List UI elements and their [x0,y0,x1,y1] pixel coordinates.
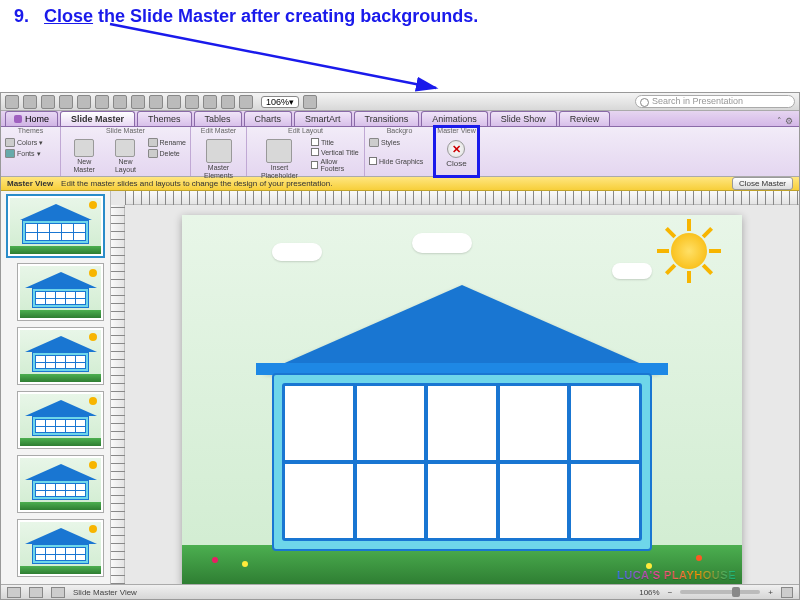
tool-icon-5[interactable] [303,95,317,109]
colors-button[interactable]: Colors ▾ [5,138,43,147]
delete-icon [148,149,158,158]
redo-icon[interactable] [95,95,109,109]
instruction-rest: the Slide Master after creating backgrou… [93,6,478,26]
delete-button[interactable]: Delete [148,149,186,158]
insert-placeholder-icon [266,139,292,163]
vertical-ruler [111,205,125,584]
status-mode: Slide Master View [73,588,137,597]
horizontal-ruler [125,191,799,205]
quick-access-toolbar: 106% ▾ Search in Presentation [1,93,799,111]
canvas-area[interactable]: LUCA'S PLAYHOUSE [125,205,799,584]
tab-charts[interactable]: Charts [244,111,293,126]
zoom-slider[interactable] [680,590,760,594]
slide-editor: LUCA'S PLAYHOUSE [111,191,799,584]
open-icon[interactable] [23,95,37,109]
styles-button[interactable]: Styles [369,138,423,147]
sun-shape [671,233,707,269]
tab-smartart[interactable]: SmartArt [294,111,352,126]
new-layout-button[interactable]: New Layout [106,138,144,174]
new-layout-icon [115,139,135,157]
thumbnail-layout[interactable] [17,455,104,513]
tool-icon-2[interactable] [203,95,217,109]
close-master-button[interactable]: Close Master [732,177,793,190]
ribbon-collapse-icon[interactable]: ˄ ⚙ [777,116,793,126]
zoom-out-button[interactable]: − [668,588,673,597]
new-master-button[interactable]: New Master [65,138,103,174]
zoom-selector[interactable]: 106% ▾ [261,96,299,108]
tab-slide-master[interactable]: Slide Master [60,111,135,126]
slideshow-view-icon[interactable] [51,587,65,598]
tab-themes[interactable]: Themes [137,111,192,126]
thumbnail-layout[interactable] [17,391,104,449]
fonts-icon [5,149,15,158]
rename-icon [148,138,158,147]
new-icon[interactable] [5,95,19,109]
title-checkbox[interactable]: Title [311,138,360,146]
normal-view-icon[interactable] [7,587,21,598]
insert-placeholder-button[interactable]: Insert Placeholder [251,138,308,180]
infobar-title: Master View [7,179,53,188]
status-zoom: 106% [639,588,659,597]
paste-icon[interactable] [149,95,163,109]
close-icon: ✕ [447,140,465,158]
save-icon[interactable] [41,95,55,109]
tool-icon-1[interactable] [185,95,199,109]
format-icon[interactable] [167,95,181,109]
instruction-keyword: Close [44,6,93,26]
brand-text: LUCA'S PLAYHOUSE [617,569,736,581]
home-tab[interactable]: Home [5,111,58,126]
thumbnail-layout[interactable] [17,263,104,321]
status-bar: Slide Master View 106% − + [1,584,799,599]
colors-icon [5,138,15,147]
copy-icon[interactable] [131,95,145,109]
step-number: 9. [14,6,29,26]
slide-master-group: Slide Master New Master New Layout Renam… [61,127,191,176]
thumbnail-layout[interactable] [17,519,104,577]
master-view-infobar: Master View Edit the master slides and l… [1,177,799,191]
fonts-button[interactable]: Fonts ▾ [5,149,43,158]
fit-view-icon[interactable] [781,587,793,598]
ribbon: Themes Colors ▾ Fonts ▾ Slide Master New… [1,127,799,177]
tool-icon-4[interactable] [239,95,253,109]
powerpoint-window: 106% ▾ Search in Presentation Home Slide… [0,92,800,600]
master-elements-icon [206,139,232,163]
slide-canvas[interactable]: LUCA'S PLAYHOUSE [182,215,742,584]
tab-tables[interactable]: Tables [194,111,242,126]
ribbon-tabs: Home Slide MasterThemesTablesChartsSmart… [1,111,799,127]
search-input[interactable]: Search in Presentation [635,95,795,108]
workspace: LUCA'S PLAYHOUSE [1,191,799,584]
rename-button[interactable]: Rename [148,138,186,147]
vertical-title-checkbox[interactable]: Vertical Title [311,148,360,156]
background-group: Backgro Styles Hide Graphics [365,127,435,176]
master-elements-button[interactable]: Master Elements [195,138,242,180]
svg-line-0 [110,24,436,88]
edit-master-group: Edit Master Master Elements [191,127,247,176]
house-shape [262,285,662,565]
roof-shape [262,285,662,373]
tool-icon-3[interactable] [221,95,235,109]
allow-footers-checkbox[interactable]: Allow Footers [311,158,360,172]
master-view-group: Master View ✕ Close [435,127,479,176]
tab-animations[interactable]: Animations [421,111,488,126]
sorter-view-icon[interactable] [29,587,43,598]
zoom-in-button[interactable]: + [768,588,773,597]
close-master-view-button[interactable]: ✕ Close [440,138,472,170]
slide-thumbnails[interactable] [1,191,111,584]
tab-review[interactable]: Review [559,111,611,126]
home-icon [14,115,22,123]
tab-transitions[interactable]: Transitions [354,111,420,126]
edit-layout-group: Edit Layout Insert Placeholder Title Ver… [247,127,365,176]
print-icon[interactable] [59,95,73,109]
thumbnail-layout[interactable] [17,327,104,385]
hide-graphics-checkbox[interactable]: Hide Graphics [369,157,423,165]
new-master-icon [74,139,94,157]
tab-slide-show[interactable]: Slide Show [490,111,557,126]
styles-icon [369,138,379,147]
cloud-shape [412,233,472,253]
thumbnail-master[interactable] [7,195,104,257]
cloud-shape [612,263,652,279]
themes-group: Themes Colors ▾ Fonts ▾ [1,127,61,176]
ten-frame-grid [282,383,642,541]
undo-icon[interactable] [77,95,91,109]
cut-icon[interactable] [113,95,127,109]
